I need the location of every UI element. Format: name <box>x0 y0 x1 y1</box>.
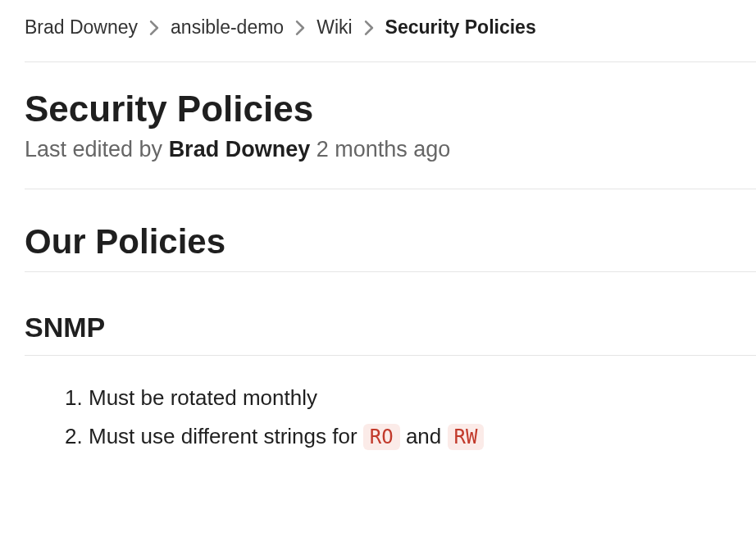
list-item-text: and <box>400 424 448 448</box>
list-item: Must be rotated monthly <box>89 382 756 414</box>
chevron-right-icon <box>295 20 305 35</box>
last-edited-author[interactable]: Brad Downey <box>169 137 311 162</box>
heading-snmp: SNMP <box>25 312 756 356</box>
last-edited-prefix: Last edited by <box>25 137 169 162</box>
code-inline-ro: RO <box>363 424 400 450</box>
page-title: Security Policies <box>25 89 756 130</box>
page-header: Security Policies Last edited by Brad Do… <box>25 62 756 189</box>
breadcrumb-item-user[interactable]: Brad Downey <box>25 16 138 39</box>
list-item: Must use different strings for RO and RW <box>89 421 756 453</box>
last-edited: Last edited by Brad Downey 2 months ago <box>25 137 756 162</box>
last-edited-time: 2 months ago <box>317 137 451 162</box>
chevron-right-icon <box>364 20 374 35</box>
heading-our-policies: Our Policies <box>25 222 756 272</box>
list-item-text: Must use different strings for <box>89 424 363 448</box>
breadcrumb-item-current: Security Policies <box>385 16 536 39</box>
breadcrumb: Brad Downey ansible-demo Wiki Security P… <box>25 16 756 62</box>
breadcrumb-item-project[interactable]: ansible-demo <box>171 16 284 39</box>
policy-list: Must be rotated monthly Must use differe… <box>25 382 756 453</box>
chevron-right-icon <box>149 20 159 35</box>
breadcrumb-item-wiki[interactable]: Wiki <box>317 16 352 39</box>
code-inline-rw: RW <box>448 424 485 450</box>
